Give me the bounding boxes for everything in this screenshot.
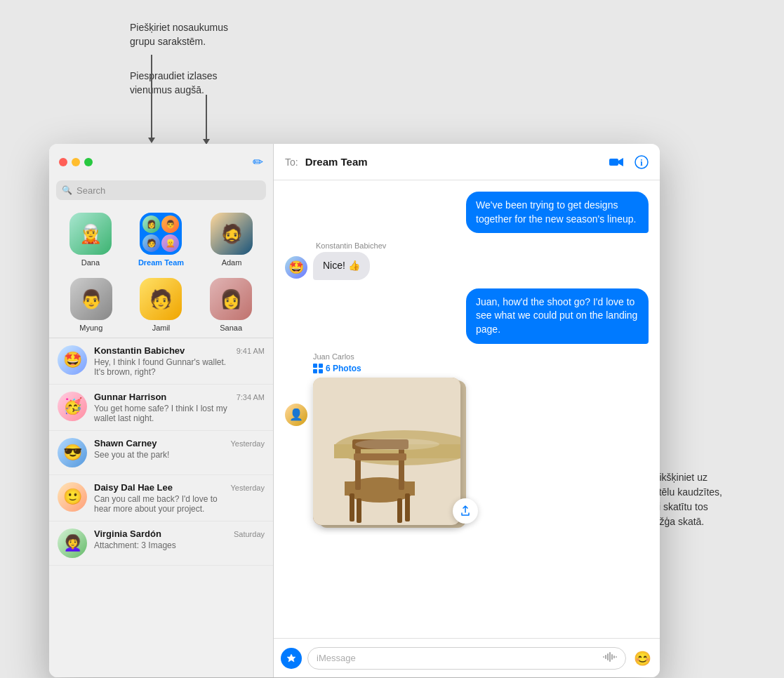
- arrow-line-groups: [151, 55, 152, 139]
- chat-area: To: Dream Team i: [274, 144, 660, 677]
- msg-name-virginia: Virginia Sardón: [94, 529, 161, 539]
- msg-name-konstantin: Konstantin Babichev: [94, 345, 185, 356]
- svg-rect-3: [313, 364, 317, 368]
- avatar-myung: 👨: [70, 278, 112, 320]
- pin-name-myung: Myung: [79, 324, 102, 332]
- info-button[interactable]: i: [634, 155, 649, 169]
- incoming-avatar-juan: 👤: [285, 404, 307, 426]
- search-bar[interactable]: 🔍 Search: [56, 180, 266, 200]
- bubble-outgoing-2: Juan, how'd the shoot go? I'd love to se…: [466, 288, 649, 344]
- sidebar: ✏ 🔍 Search 🧝 Dana: [49, 144, 274, 677]
- avatar-daisy: 🙂: [58, 482, 87, 512]
- svg-rect-17: [405, 493, 410, 521]
- svg-rect-0: [609, 159, 618, 166]
- annotation-line3: Piespraudiet izlases: [130, 69, 228, 84]
- pin-item-dana[interactable]: 🧝 Dana: [69, 213, 112, 267]
- input-placeholder: iMessage: [317, 653, 603, 663]
- photo-sender-name: Juan Carlos: [313, 352, 649, 361]
- msg-name-gunnar: Gunnar Harrison: [94, 392, 166, 402]
- pin-name-sanaa: Sanaa: [220, 324, 242, 332]
- video-call-button[interactable]: [609, 155, 623, 169]
- pin-item-myung[interactable]: 👨 Myung: [70, 278, 112, 332]
- annotation-line1: Piešķiriet nosaukumus: [130, 21, 228, 35]
- annotation-right: Klikšķiniet uz attēlu kaudzītes, lai ska…: [651, 470, 763, 529]
- chat-header: To: Dream Team i: [274, 144, 660, 180]
- pin-item-jamil[interactable]: 🧑 Jamil: [140, 278, 182, 332]
- msg-time-daisy: Yesterday: [230, 484, 265, 492]
- svg-rect-15: [354, 453, 406, 460]
- emoji-button[interactable]: 😊: [632, 648, 653, 669]
- msg-time-konstantin: 9:41 AM: [237, 347, 265, 355]
- photo-count-label: 6 Photos: [313, 364, 649, 373]
- svg-point-20: [355, 439, 439, 450]
- svg-rect-5: [313, 369, 317, 373]
- message-item-gunnar[interactable]: 🥳 Gunnar Harrison 7:34 AM You get home s…: [49, 385, 273, 431]
- msg-time-virginia: Saturday: [234, 530, 265, 538]
- msg-content-konstantin: Konstantin Babichev 9:41 AM Hey, I think…: [94, 345, 265, 377]
- close-button[interactable]: [59, 158, 67, 166]
- search-icon: 🔍: [62, 185, 72, 195]
- message-item-daisy[interactable]: 🙂 Daisy Dal Hae Lee Yesterday Can you ca…: [49, 475, 273, 521]
- annotation-top: Piešķiriet nosaukumus grupu sarakstēm. P…: [130, 21, 228, 97]
- chat-recipient: Dream Team: [305, 156, 602, 168]
- svg-rect-26: [613, 656, 615, 658]
- compose-button[interactable]: ✏: [253, 154, 263, 170]
- photo-card-front: [313, 378, 460, 525]
- photo-stack[interactable]: [313, 378, 467, 532]
- svg-rect-16: [350, 493, 354, 521]
- chair-photo-svg: [313, 378, 460, 525]
- message-item-konstantin[interactable]: 🤩 Konstantin Babichev 9:41 AM Hey, I thi…: [49, 338, 273, 385]
- share-button[interactable]: [453, 498, 478, 524]
- msg-preview-virginia: Attachment: 3 Images: [94, 540, 234, 550]
- msg-preview-konstantin: Hey, I think I found Gunnar's wallet. It…: [94, 357, 234, 377]
- avatar-jamil: 🧑: [140, 278, 182, 320]
- voice-icon: [603, 652, 617, 664]
- traffic-lights: [59, 158, 93, 166]
- pin-item-dream-team[interactable]: 👩 👨 🧑 👱 Dream Team: [138, 213, 184, 267]
- bubble-row-outgoing-2: Juan, how'd the shoot go? I'd love to se…: [285, 288, 649, 344]
- pin-name-dana: Dana: [81, 258, 100, 267]
- maximize-button[interactable]: [84, 158, 93, 166]
- minimize-button[interactable]: [72, 158, 80, 166]
- pin-item-adam[interactable]: 🧔 Adam: [211, 213, 253, 267]
- msg-time-gunnar: 7:34 AM: [237, 393, 265, 401]
- avatar-dream-team: 👩 👨 🧑 👱: [140, 213, 182, 255]
- message-input[interactable]: iMessage: [307, 647, 626, 670]
- msg-preview-daisy: Can you call me back? I'd love to hear m…: [94, 494, 234, 514]
- messages-container: We've been trying to get designs togethe…: [274, 180, 660, 638]
- bubble-incoming-1: Nice! 👍: [313, 252, 370, 280]
- avatar-dana: 🧝: [69, 213, 112, 255]
- input-bar: iMessage 😊: [274, 638, 660, 677]
- message-item-shawn[interactable]: 😎 Shawn Carney Yesterday See you at the …: [49, 431, 273, 475]
- message-list: 🤩 Konstantin Babichev 9:41 AM Hey, I thi…: [49, 338, 273, 677]
- screenshot-container: Piešķiriet nosaukumus grupu sarakstēm. P…: [14, 14, 770, 678]
- svg-text:i: i: [640, 158, 643, 168]
- svg-rect-23: [607, 653, 609, 660]
- svg-rect-18: [357, 498, 361, 523]
- app-window: ✏ 🔍 Search 🧝 Dana: [49, 144, 660, 677]
- arrow-line-pin: [206, 95, 207, 140]
- avatar-virginia: 👩‍🦱: [58, 529, 87, 558]
- msg-header-daisy: Daisy Dal Hae Lee Yesterday: [94, 482, 265, 493]
- pin-item-sanaa[interactable]: 👩 Sanaa: [210, 278, 252, 332]
- pinned-section: 🧝 Dana 👩 👨 🧑 👱 Dream Team: [49, 207, 273, 338]
- svg-rect-6: [319, 369, 323, 373]
- pin-name-jamil: Jamil: [152, 324, 171, 332]
- avatar-konstantin: 🤩: [58, 345, 87, 375]
- avatar-sanaa: 👩: [210, 278, 252, 320]
- group-mini-3: 🧑: [142, 234, 160, 252]
- app-store-button[interactable]: [281, 648, 302, 669]
- msg-header-shawn: Shawn Carney Yesterday: [94, 438, 265, 448]
- pin-name-dream-team: Dream Team: [138, 258, 184, 267]
- avatar-shawn: 😎: [58, 438, 87, 467]
- message-item-virginia[interactable]: 👩‍🦱 Virginia Sardón Saturday Attachment:…: [49, 521, 273, 566]
- bubble-outgoing-1: We've been trying to get designs togethe…: [466, 192, 649, 233]
- svg-rect-19: [397, 498, 402, 523]
- titlebar: ✏: [49, 144, 273, 180]
- pinned-row-2: 👨 Myung 🧑 Jamil 👩 Sanaa: [56, 278, 266, 332]
- group-mini-1: 👩: [142, 215, 160, 233]
- incoming-konstantin-group: Konstantin Babichev 🤩 Nice! 👍: [285, 241, 649, 280]
- msg-name-shawn: Shawn Carney: [94, 438, 157, 448]
- msg-content-daisy: Daisy Dal Hae Lee Yesterday Can you call…: [94, 482, 265, 514]
- msg-content-shawn: Shawn Carney Yesterday See you at the pa…: [94, 438, 265, 460]
